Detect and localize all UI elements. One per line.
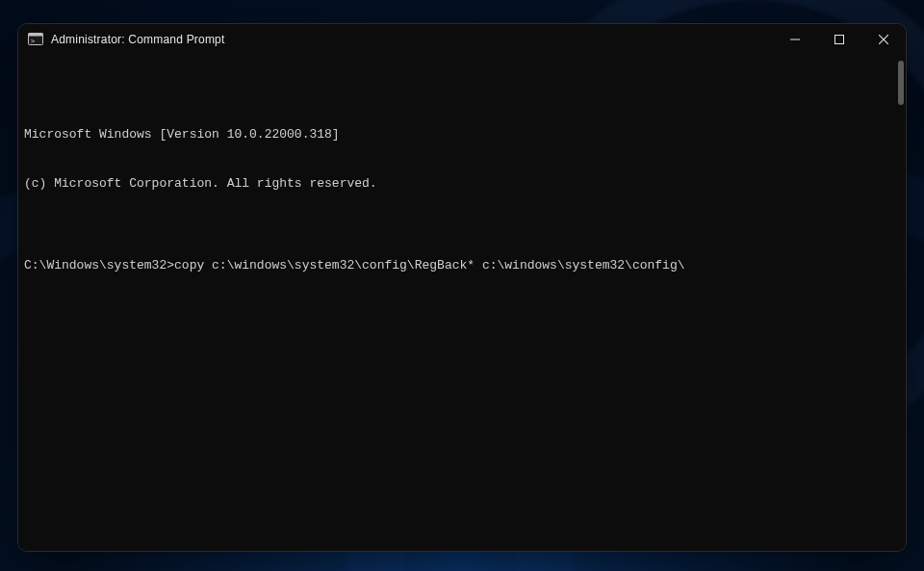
command-prompt-window: >_ Administrator: Command Prompt Microso… [17,23,907,552]
svg-rect-4 [835,36,844,44]
window-title: Administrator: Command Prompt [51,33,225,46]
terminal-prompt: C:\Windows\system32> [24,257,174,273]
svg-text:>_: >_ [31,38,39,45]
terminal-prompt-row: C:\Windows\system32>copy c:\windows\syst… [24,257,898,273]
svg-rect-1 [29,34,43,37]
command-prompt-icon: >_ [28,32,43,47]
scrollbar-thumb[interactable] [898,61,904,105]
close-button[interactable] [861,24,906,55]
terminal-line-copyright: (c) Microsoft Corporation. All rights re… [24,175,898,192]
minimize-button[interactable] [773,24,817,55]
terminal-body[interactable]: Microsoft Windows [Version 10.0.22000.31… [18,55,906,551]
svg-line-6 [879,35,888,44]
titlebar[interactable]: >_ Administrator: Command Prompt [18,24,906,55]
svg-line-5 [879,35,888,44]
terminal-line-version: Microsoft Windows [Version 10.0.22000.31… [24,126,898,143]
terminal-command: copy c:\windows\system32\config\RegBack*… [174,257,685,273]
maximize-button[interactable] [817,24,861,55]
